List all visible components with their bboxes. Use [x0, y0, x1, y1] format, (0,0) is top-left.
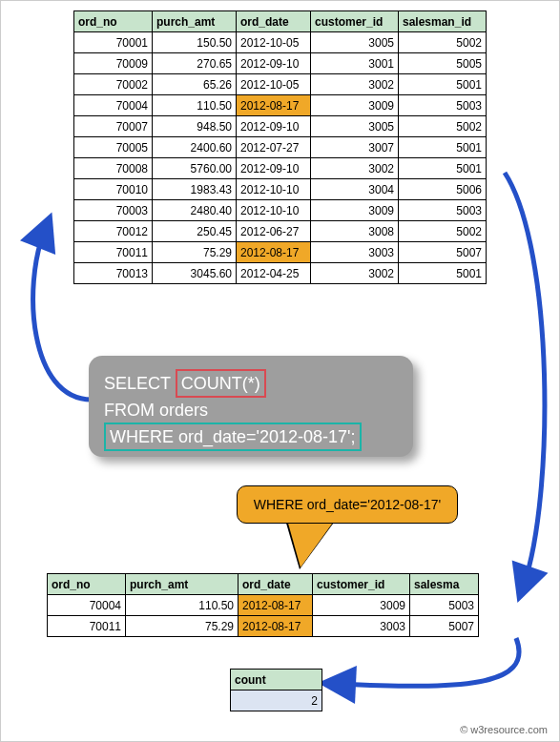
cell-purch_amt: 948.50: [153, 116, 237, 137]
cell-purch_amt: 2400.60: [153, 137, 237, 158]
cell-salesman_id: 5002: [399, 116, 487, 137]
cell-purch_amt: 250.45: [153, 221, 237, 242]
count-header: count: [231, 670, 322, 690]
cell-ord_date: 2012-10-10: [237, 179, 311, 200]
cell-salesman_id: 5007: [399, 242, 487, 263]
cell-purch_amt: 110.50: [126, 595, 239, 616]
count-result-table: count 2: [230, 669, 322, 711]
cell-ord_no: 70011: [74, 242, 153, 263]
cell-customer_id: 3008: [311, 221, 399, 242]
cell-salesman_id: 5003: [399, 95, 487, 116]
cell-ord_no: 70004: [48, 595, 126, 616]
cell-ord_no: 70010: [74, 179, 153, 200]
th-customer-id: customer_id: [311, 11, 399, 32]
cell-ord_date: 2012-09-10: [237, 53, 311, 74]
cell-salesman_id: 5002: [399, 32, 487, 53]
cell-purch_amt: 2480.40: [153, 200, 237, 221]
cell-salesman_id: 5005: [399, 53, 487, 74]
cell-customer_id: 3009: [313, 595, 410, 616]
cell-customer_id: 3001: [311, 53, 399, 74]
cell-ord_date: 2012-09-10: [237, 158, 311, 179]
cell-ord_date: 2012-06-27: [237, 221, 311, 242]
sql-query-box: SELECT COUNT(*) FROM orders WHERE ord_da…: [89, 356, 413, 457]
count-value: 2: [231, 690, 322, 711]
cell-ord_no: 70002: [74, 74, 153, 95]
table-row: 700133045.602012-04-2530025001: [74, 263, 487, 284]
cell-customer_id: 3002: [311, 74, 399, 95]
cell-customer_id: 3007: [311, 137, 399, 158]
cell-ord_no: 70011: [48, 616, 126, 637]
table-row: 7001175.292012-08-1730035007: [74, 242, 487, 263]
sql-line-3: WHERE ord_date='2012-08-17';: [104, 423, 398, 451]
table-row: 700085760.002012-09-1030025001: [74, 158, 487, 179]
cell-ord_date: 2012-08-17: [239, 595, 313, 616]
th-ord-date: ord_date: [237, 11, 311, 32]
cell-salesman_id: 5001: [399, 137, 487, 158]
attribution: © w3resource.com: [460, 724, 548, 735]
table-row: 700032480.402012-10-1030095003: [74, 200, 487, 221]
table-row: 70007948.502012-09-1030055002: [74, 116, 487, 137]
cell-customer_id: 3009: [311, 200, 399, 221]
table-row: 700101983.432012-10-1030045006: [74, 179, 487, 200]
cell-salesman_id: 5001: [399, 74, 487, 95]
cell-ord_no: 70004: [74, 95, 153, 116]
cell-customer_id: 3002: [311, 158, 399, 179]
fth-salesman-id: salesma: [410, 574, 479, 595]
cell-purch_amt: 1983.43: [153, 179, 237, 200]
cell-ord_no: 70007: [74, 116, 153, 137]
cell-ord_no: 70009: [74, 53, 153, 74]
fth-ord-no: ord_no: [48, 574, 126, 595]
table-row: 70009270.652012-09-1030015005: [74, 53, 487, 74]
cell-purch_amt: 5760.00: [153, 158, 237, 179]
cell-ord_no: 70012: [74, 221, 153, 242]
cell-purch_amt: 270.65: [153, 53, 237, 74]
callout-tail: [287, 520, 335, 567]
sql-count-highlight: COUNT(*): [176, 369, 266, 398]
fth-customer-id: customer_id: [313, 574, 410, 595]
th-purch-amt: purch_amt: [153, 11, 237, 32]
cell-purch_amt: 3045.60: [153, 263, 237, 284]
sql-line-1: SELECT COUNT(*): [104, 369, 398, 398]
table-row: 700052400.602012-07-2730075001: [74, 137, 487, 158]
cell-customer_id: 3005: [311, 32, 399, 53]
cell-customer_id: 3003: [311, 242, 399, 263]
cell-purch_amt: 65.26: [153, 74, 237, 95]
where-callout: WHERE ord_date='2012-08-17': [237, 485, 458, 524]
cell-purch_amt: 150.50: [153, 32, 237, 53]
cell-customer_id: 3004: [311, 179, 399, 200]
cell-ord_no: 70005: [74, 137, 153, 158]
main-orders-table: ord_no purch_amt ord_date customer_id sa…: [73, 10, 487, 284]
cell-ord_date: 2012-04-25: [237, 263, 311, 284]
cell-salesman_id: 5003: [410, 595, 479, 616]
fth-purch-amt: purch_amt: [126, 574, 239, 595]
table-row: 70012250.452012-06-2730085002: [74, 221, 487, 242]
sql-where-highlight: WHERE ord_date='2012-08-17';: [104, 423, 362, 451]
cell-ord_date: 2012-08-17: [237, 242, 311, 263]
cell-ord_no: 70001: [74, 32, 153, 53]
fth-ord-date: ord_date: [239, 574, 313, 595]
sql-select: SELECT: [104, 374, 171, 393]
cell-ord_date: 2012-10-05: [237, 32, 311, 53]
cell-salesman_id: 5003: [399, 200, 487, 221]
cell-customer_id: 3009: [311, 95, 399, 116]
cell-customer_id: 3002: [311, 263, 399, 284]
th-ord-no: ord_no: [74, 11, 153, 32]
cell-ord_no: 70013: [74, 263, 153, 284]
table-row: 70004110.502012-08-1730095003: [74, 95, 487, 116]
cell-customer_id: 3005: [311, 116, 399, 137]
cell-salesman_id: 5006: [399, 179, 487, 200]
table-row: 70001150.502012-10-0530055002: [74, 32, 487, 53]
cell-ord_date: 2012-10-05: [237, 74, 311, 95]
callout-text: WHERE ord_date='2012-08-17': [254, 497, 441, 512]
table-row: 7000265.262012-10-0530025001: [74, 74, 487, 95]
cell-ord_date: 2012-09-10: [237, 116, 311, 137]
table-row: 7001175.292012-08-1730035007: [48, 616, 479, 637]
cell-ord_date: 2012-07-27: [237, 137, 311, 158]
cell-purch_amt: 75.29: [126, 616, 239, 637]
cell-salesman_id: 5002: [399, 221, 487, 242]
cell-salesman_id: 5007: [410, 616, 479, 637]
cell-customer_id: 3003: [313, 616, 410, 637]
cell-ord_no: 70003: [74, 200, 153, 221]
cell-purch_amt: 110.50: [153, 95, 237, 116]
sql-from: FROM orders: [104, 398, 398, 423]
